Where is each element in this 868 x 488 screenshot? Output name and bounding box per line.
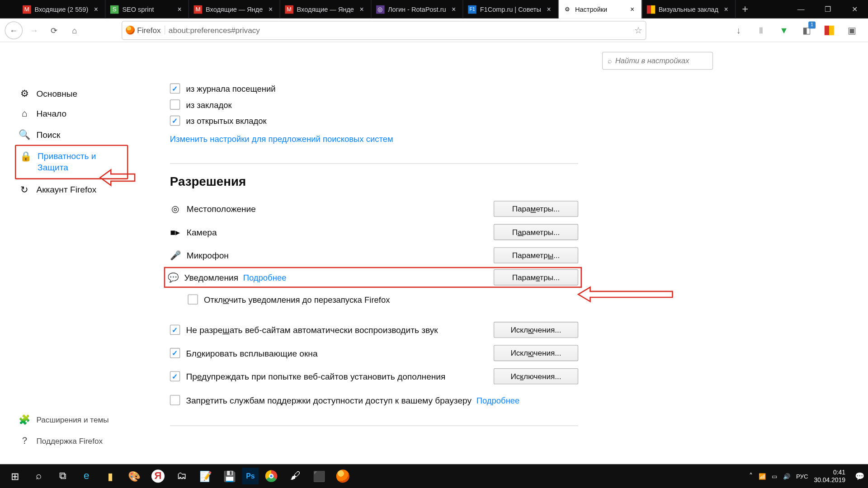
search-button[interactable]: ⌕ (28, 466, 50, 486)
minimize-button[interactable]: — (788, 0, 814, 19)
savefrom-icon[interactable]: ▼ (778, 23, 791, 37)
downloads-icon[interactable]: ↓ (732, 23, 745, 37)
url-bar[interactable]: Firefox about:preferences#privacy ☆ (122, 20, 646, 39)
window-controls: — ❐ ✕ (788, 0, 868, 19)
bookmark-star-icon[interactable]: ☆ (634, 25, 642, 36)
change-search-settings-link[interactable]: Изменить настройки для предложений поиск… (170, 134, 393, 144)
action-center-icon[interactable]: 💬 (855, 472, 864, 481)
checkbox-opentabs[interactable]: из открытых вкладок (170, 113, 578, 129)
clock[interactable]: 0:41 30.04.2019 (814, 469, 849, 483)
maximize-button[interactable]: ❐ (814, 0, 841, 19)
camera-settings-button[interactable]: Параметры... (494, 224, 578, 240)
app-icon[interactable]: 💾 (218, 466, 241, 486)
close-icon[interactable]: × (628, 5, 636, 13)
checkbox-history[interactable]: из журнала посещений (170, 80, 578, 97)
checkbox-icon[interactable] (170, 348, 180, 358)
explorer-icon[interactable]: ▮ (99, 466, 122, 486)
checkbox-icon[interactable] (170, 395, 180, 405)
tab-active[interactable]: ⚙Настройки× (558, 0, 642, 19)
toolbar-icons: ↓ ⫴ ▼ ◧1 ▣ (732, 23, 863, 37)
notification-icon: 💬 (168, 272, 179, 283)
close-window-button[interactable]: ✕ (841, 0, 868, 19)
tab[interactable]: ◎Логин - RotaPost.ru× (371, 0, 463, 19)
photoshop-icon[interactable]: Ps (242, 468, 259, 484)
help-icon: ？ (19, 435, 30, 448)
search-icon: ⌕ (608, 56, 612, 65)
new-tab-button[interactable]: + (736, 0, 755, 19)
accessibility-more-link[interactable]: Подробнее (476, 395, 520, 405)
pocket-icon[interactable]: ◧1 (800, 23, 813, 37)
close-icon[interactable]: × (266, 5, 274, 13)
close-icon[interactable]: × (722, 5, 730, 13)
forward-button[interactable]: → (25, 21, 43, 39)
chrome-icon[interactable] (260, 466, 283, 486)
sidebar-item-general[interactable]: ⚙Основные (15, 83, 128, 103)
app-icon[interactable]: 📝 (194, 466, 217, 486)
tab[interactable]: SSEO sprint× (105, 0, 189, 19)
home-button[interactable]: ⌂ (66, 21, 84, 39)
checkbox-icon[interactable] (170, 325, 180, 335)
tab[interactable]: MВходящие — Янде× (280, 0, 372, 19)
close-icon[interactable]: × (358, 5, 366, 13)
app-icon[interactable]: 🎨 (123, 466, 146, 486)
app-icon[interactable]: ⬛ (307, 466, 330, 486)
bookmarks-icon (646, 5, 655, 13)
volume-icon[interactable]: 🔊 (783, 473, 790, 479)
sidebar-item-extensions[interactable]: 🧩Расширения и темы (15, 409, 112, 430)
popups-exceptions-button[interactable]: Исключения... (494, 345, 578, 361)
battery-icon[interactable]: ▭ (772, 473, 777, 479)
permission-camera: ■▸ Камера Параметры... (170, 221, 578, 244)
mail-icon: M (23, 5, 31, 13)
close-icon[interactable]: × (450, 5, 458, 13)
tab[interactable]: MВходящие (2 559)× (18, 0, 106, 19)
addons-exceptions-button[interactable]: Исключения... (494, 368, 578, 385)
toolbar: ← → ⟳ ⌂ Firefox about:preferences#privac… (0, 19, 868, 42)
sidebar-toggle-icon[interactable]: ▣ (845, 23, 859, 37)
location-settings-button[interactable]: Параметры... (494, 201, 578, 217)
tab[interactable]: F1F1Comp.ru | Советы× (463, 0, 558, 19)
sidebar-footer: 🧩Расширения и темы ？Поддержка Firefox (15, 409, 112, 452)
notifications-settings-button[interactable]: Параметры... (494, 269, 578, 286)
close-icon[interactable]: × (175, 5, 184, 13)
tab[interactable]: MВходящие — Янде× (189, 0, 280, 19)
permission-notifications: 💬 Уведомления Подробнее Параметры... (164, 267, 582, 288)
wifi-icon[interactable]: 📶 (759, 473, 766, 479)
sidebar-item-search[interactable]: 🔍Поиск (15, 124, 128, 145)
start-button[interactable]: ⊞ (4, 466, 26, 486)
separator (170, 163, 578, 164)
checkbox-icon (170, 84, 180, 94)
tray-chevron-icon[interactable]: ˄ (749, 472, 753, 480)
language-indicator[interactable]: РУС (796, 473, 808, 479)
task-view-button[interactable]: ⧉ (51, 466, 74, 486)
svg-marker-1 (578, 287, 672, 302)
firefox-taskbar-icon[interactable] (331, 466, 354, 486)
close-icon[interactable]: × (92, 5, 100, 13)
yandex-browser-icon[interactable]: Я (146, 466, 169, 486)
svg-marker-0 (100, 170, 135, 185)
app-icon[interactable]: 🗂 (170, 466, 193, 486)
permission-addons: Предупреждать при попытке веб-сайтов уст… (170, 365, 578, 388)
autoplay-exceptions-button[interactable]: Исключения... (494, 322, 578, 338)
edge-icon[interactable]: e (75, 466, 98, 486)
notifications-more-link[interactable]: Подробнее (243, 272, 287, 282)
close-icon[interactable]: × (545, 5, 553, 13)
tab[interactable]: Визуальные заклад× (642, 0, 736, 19)
home-icon: ⌂ (19, 108, 30, 119)
annotation-arrow (100, 168, 136, 188)
checkbox-disable-notifications[interactable]: Отключить уведомления до перезапуска Fir… (188, 291, 578, 308)
settings-search-input[interactable] (615, 56, 709, 65)
checkbox-bookmarks[interactable]: из закладок (170, 97, 578, 113)
reload-button[interactable]: ⟳ (45, 21, 63, 39)
checkbox-icon[interactable] (170, 371, 180, 381)
back-button[interactable]: ← (5, 21, 23, 39)
microphone-settings-button[interactable]: Параметры... (494, 247, 578, 263)
settings-search[interactable]: ⌕ (602, 52, 713, 70)
mail-icon: M (194, 5, 202, 13)
sidebar-item-support[interactable]: ？Поддержка Firefox (15, 430, 112, 452)
lock-icon: 🔒 (20, 151, 32, 162)
identity-box: Firefox (126, 26, 165, 35)
sidebar-item-home[interactable]: ⌂Начало (15, 103, 128, 124)
library-icon[interactable]: ⫴ (755, 23, 768, 37)
yandex-icon[interactable] (823, 23, 836, 37)
app-icon[interactable]: 🖌 (284, 466, 307, 486)
